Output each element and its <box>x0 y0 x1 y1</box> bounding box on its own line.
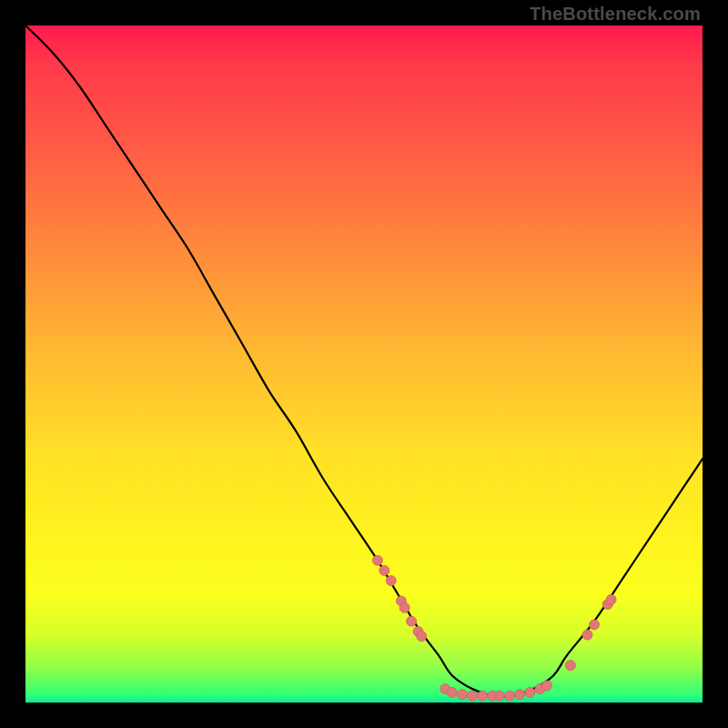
curve-svg <box>25 25 703 703</box>
curve-marker <box>413 626 423 636</box>
curve-markers <box>372 555 616 701</box>
curve-marker <box>582 630 592 640</box>
curve-marker <box>407 616 417 626</box>
curve-marker <box>440 684 450 694</box>
curve-marker <box>494 691 504 701</box>
curve-marker <box>602 600 612 610</box>
curve-marker <box>447 687 457 697</box>
curve-marker <box>379 565 389 575</box>
curve-marker <box>399 602 410 612</box>
curve-marker <box>606 594 616 604</box>
curve-marker <box>417 632 427 642</box>
curve-marker <box>488 691 498 701</box>
curve-marker <box>515 690 525 700</box>
curve-marker <box>541 681 551 691</box>
chart-frame: TheBottleneck.com <box>0 0 728 728</box>
plot-area <box>25 25 703 703</box>
curve-marker <box>386 576 396 586</box>
curve-marker <box>505 691 515 701</box>
curve-marker <box>457 690 467 700</box>
curve-marker <box>396 596 406 606</box>
curve-marker <box>478 691 488 701</box>
curve-marker <box>525 687 535 697</box>
curve-marker <box>565 661 575 671</box>
bottleneck-curve <box>25 25 703 697</box>
curve-marker <box>372 555 382 565</box>
watermark-text: TheBottleneck.com <box>530 4 701 25</box>
curve-marker <box>468 691 478 701</box>
curve-marker <box>535 684 545 694</box>
curve-marker <box>590 620 600 630</box>
